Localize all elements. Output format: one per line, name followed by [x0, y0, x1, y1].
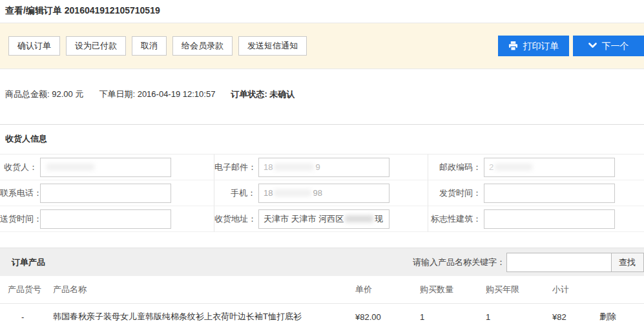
mobile-input[interactable]: 1898 — [258, 184, 390, 203]
column-header-price: 单价 — [355, 284, 420, 295]
product-search: 请输入产品名称关键字： 查找 — [413, 253, 644, 272]
products-section-title: 订单产品 — [12, 257, 45, 268]
cancel-button[interactable]: 取消 — [132, 36, 167, 56]
delivery-time-label: 送货时间： — [0, 213, 40, 225]
address-label: 收货地址： — [214, 213, 258, 225]
landmark-input[interactable] — [484, 209, 615, 229]
search-button[interactable]: 查找 — [612, 253, 644, 272]
field-email: 电子邮件： 189 — [214, 154, 428, 180]
product-subtotal: ¥82 — [552, 312, 599, 322]
landmark-label: 标志性建筑： — [428, 213, 484, 225]
send-sms-button[interactable]: 发送短信通知 — [238, 36, 307, 56]
products-table-header: 产品货号 产品名称 单价 购买数量 购买年限 小计 — [0, 276, 644, 304]
mobile-value-suffix: 98 — [313, 188, 322, 198]
order-date-label: 下单日期: — [99, 89, 135, 99]
product-search-label: 请输入产品名称关键字： — [413, 257, 505, 268]
redacted-value — [274, 189, 311, 196]
order-total-value: 92.00 元 — [52, 89, 83, 99]
delivery-time-input[interactable] — [40, 209, 171, 229]
email-value-prefix: 18 — [264, 162, 273, 172]
order-date-value: 2016-04-19 12:10:57 — [138, 89, 216, 99]
consignee-input[interactable] — [40, 158, 171, 177]
page-title: 查看/编辑订单 2016041912105710519 — [0, 0, 644, 23]
order-total-label: 商品总金额: — [5, 89, 50, 99]
chevron-down-icon — [588, 43, 597, 48]
consignee-section-title: 收货人信息 — [0, 124, 644, 154]
redacted-value — [274, 164, 314, 171]
delete-link[interactable]: 删除 — [599, 311, 644, 323]
field-ship-time: 发货时间： — [428, 180, 644, 206]
product-quantity: 1 — [420, 312, 486, 322]
ship-time-label: 发货时间： — [428, 187, 484, 199]
mobile-value-prefix: 18 — [264, 188, 273, 198]
email-label: 电子邮件： — [214, 162, 258, 173]
mobile-label: 手机： — [214, 187, 258, 199]
field-delivery-time: 送货时间： — [0, 206, 214, 232]
product-sku: - — [8, 312, 53, 322]
field-phone: 联系电话： — [0, 180, 214, 206]
ship-time-input[interactable] — [484, 184, 615, 203]
toolbar-right-group: 打印订单 下一个 — [494, 36, 644, 56]
column-header-name: 产品名称 — [53, 284, 355, 295]
postcode-input[interactable]: 2 — [484, 158, 615, 177]
field-consignee: 收货人： — [0, 154, 214, 180]
printer-icon — [508, 41, 518, 50]
next-label: 下一个 — [602, 41, 629, 51]
product-search-input[interactable] — [506, 253, 612, 272]
order-status: 订单状态: 未确认 — [231, 89, 295, 100]
email-input[interactable]: 189 — [258, 158, 390, 177]
email-value-suffix: 9 — [315, 162, 320, 172]
product-row: - 韩国春秋亲子装母女儿童韩版纯棉条纹衫上衣荷叶边长袖T恤打底衫 ¥82.00 … — [0, 304, 644, 329]
address-value-prefix: 天津市 天津市 河西区 — [264, 213, 344, 225]
consignee-form: 收货人： 电子邮件： 189 邮政编码： 2 联系电话： 手机： 1898 发货… — [0, 154, 644, 232]
products-table: 产品货号 产品名称 单价 购买数量 购买年限 小计 - 韩国春秋亲子装母女儿童韩… — [0, 276, 644, 329]
address-value-suffix: 现 — [375, 213, 383, 225]
field-mobile: 手机： 1898 — [214, 180, 428, 206]
postcode-value-prefix: 2 — [489, 162, 493, 172]
product-price: ¥82.00 — [355, 312, 420, 322]
product-years: 1 — [486, 312, 552, 322]
column-header-years: 购买年限 — [486, 284, 552, 295]
column-header-quantity: 购买数量 — [420, 284, 486, 295]
order-total: 商品总金额: 92.00 元 — [5, 89, 83, 100]
field-address: 收货地址： 天津市 天津市 河西区现 — [214, 206, 428, 232]
product-name: 韩国春秋亲子装母女儿童韩版纯棉条纹衫上衣荷叶边长袖T恤打底衫 — [53, 311, 355, 323]
set-paid-button[interactable]: 设为已付款 — [66, 36, 126, 56]
phone-input[interactable] — [40, 184, 171, 203]
print-order-label: 打印订单 — [523, 41, 559, 51]
field-postcode: 邮政编码： 2 — [428, 154, 644, 180]
redacted-value — [47, 164, 94, 171]
field-landmark: 标志性建筑： — [428, 206, 644, 232]
products-section-bar: 订单产品 请输入产品名称关键字： 查找 — [0, 248, 644, 276]
toolbar: 确认订单 设为已付款 取消 给会员录款 发送短信通知 打印订单 下一个 — [0, 23, 644, 69]
column-header-sku: 产品货号 — [8, 284, 53, 295]
order-summary: 商品总金额: 92.00 元 下单日期: 2016-04-19 12:10:57… — [0, 69, 644, 124]
next-button[interactable]: 下一个 — [573, 36, 644, 56]
address-input[interactable]: 天津市 天津市 河西区现 — [258, 209, 390, 229]
order-status-label: 订单状态: — [231, 89, 267, 99]
consignee-label: 收货人： — [0, 162, 40, 173]
order-date: 下单日期: 2016-04-19 12:10:57 — [99, 89, 215, 100]
redacted-value — [345, 215, 373, 222]
redacted-value — [495, 164, 532, 171]
column-header-subtotal: 小计 — [552, 284, 599, 295]
phone-label: 联系电话： — [0, 187, 40, 199]
confirm-order-button[interactable]: 确认订单 — [8, 36, 60, 56]
member-credit-button[interactable]: 给会员录款 — [172, 36, 233, 56]
postcode-label: 邮政编码： — [428, 162, 484, 173]
print-order-button[interactable]: 打印订单 — [498, 36, 569, 56]
order-status-value: 未确认 — [269, 89, 295, 99]
